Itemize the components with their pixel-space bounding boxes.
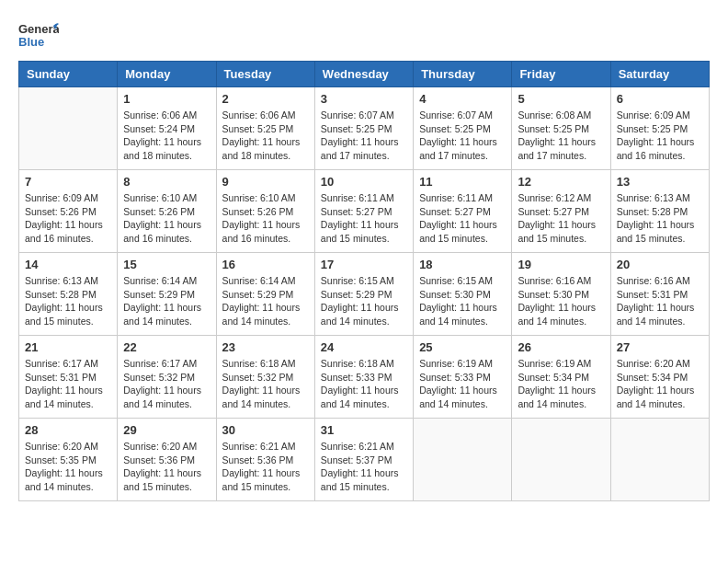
day-info: Sunrise: 6:08 AMSunset: 5:25 PMDaylight:… (518, 109, 604, 163)
day-number: 12 (518, 175, 604, 189)
logo: General Blue (18, 18, 59, 52)
day-info: Sunrise: 6:15 AMSunset: 5:30 PMDaylight:… (419, 274, 506, 328)
day-info: Sunrise: 6:07 AMSunset: 5:25 PMDaylight:… (321, 109, 407, 163)
calendar-cell (414, 419, 512, 501)
calendar-cell: 17Sunrise: 6:15 AMSunset: 5:29 PMDayligh… (314, 253, 413, 336)
day-number: 4 (419, 92, 506, 106)
calendar-cell (512, 419, 610, 501)
day-info: Sunrise: 6:12 AMSunset: 5:27 PMDaylight:… (518, 191, 604, 246)
day-number: 11 (419, 175, 506, 189)
day-number: 24 (321, 340, 407, 354)
calendar-cell: 12Sunrise: 6:12 AMSunset: 5:27 PMDayligh… (512, 170, 610, 253)
day-number: 20 (617, 258, 703, 271)
day-info: Sunrise: 6:13 AMSunset: 5:28 PMDaylight:… (25, 274, 111, 328)
day-info: Sunrise: 6:14 AMSunset: 5:29 PMDaylight:… (222, 274, 309, 328)
calendar-cell: 4Sunrise: 6:07 AMSunset: 5:25 PMDaylight… (414, 87, 512, 170)
day-number: 18 (419, 258, 506, 271)
day-number: 17 (321, 258, 407, 271)
calendar-cell: 22Sunrise: 6:17 AMSunset: 5:32 PMDayligh… (118, 336, 216, 419)
day-number: 3 (321, 92, 407, 106)
day-header-wednesday: Wednesday (314, 62, 413, 87)
day-info: Sunrise: 6:16 AMSunset: 5:31 PMDaylight:… (617, 274, 703, 328)
calendar-cell: 7Sunrise: 6:09 AMSunset: 5:26 PMDaylight… (19, 170, 118, 253)
calendar-cell: 27Sunrise: 6:20 AMSunset: 5:34 PMDayligh… (610, 336, 709, 419)
calendar-cell (610, 419, 709, 501)
logo-icon: General Blue (18, 18, 59, 52)
calendar-cell: 18Sunrise: 6:15 AMSunset: 5:30 PMDayligh… (414, 253, 512, 336)
day-info: Sunrise: 6:21 AMSunset: 5:37 PMDaylight:… (321, 440, 407, 494)
day-header-sunday: Sunday (19, 62, 118, 87)
calendar-week-1: 1Sunrise: 6:06 AMSunset: 5:24 PMDaylight… (19, 87, 710, 170)
day-info: Sunrise: 6:11 AMSunset: 5:27 PMDaylight:… (321, 191, 407, 246)
day-number: 13 (617, 175, 703, 189)
day-header-tuesday: Tuesday (216, 62, 314, 87)
svg-text:General: General (18, 22, 59, 36)
day-number: 1 (123, 92, 210, 106)
calendar-table: SundayMondayTuesdayWednesdayThursdayFrid… (18, 61, 710, 501)
day-info: Sunrise: 6:16 AMSunset: 5:30 PMDaylight:… (518, 274, 604, 328)
day-info: Sunrise: 6:18 AMSunset: 5:33 PMDaylight:… (321, 357, 407, 411)
day-number: 19 (518, 258, 604, 271)
calendar-cell: 9Sunrise: 6:10 AMSunset: 5:26 PMDaylight… (216, 170, 314, 253)
calendar-cell: 15Sunrise: 6:14 AMSunset: 5:29 PMDayligh… (118, 253, 216, 336)
calendar-cell: 21Sunrise: 6:17 AMSunset: 5:31 PMDayligh… (19, 336, 118, 419)
day-header-saturday: Saturday (610, 62, 709, 87)
day-info: Sunrise: 6:09 AMSunset: 5:26 PMDaylight:… (25, 191, 111, 246)
day-info: Sunrise: 6:21 AMSunset: 5:36 PMDaylight:… (222, 440, 309, 494)
day-info: Sunrise: 6:19 AMSunset: 5:33 PMDaylight:… (419, 357, 506, 411)
calendar-header-row: SundayMondayTuesdayWednesdayThursdayFrid… (19, 62, 710, 87)
day-info: Sunrise: 6:10 AMSunset: 5:26 PMDaylight:… (123, 191, 210, 246)
day-number: 27 (617, 340, 703, 354)
day-number: 14 (25, 258, 111, 271)
calendar-cell: 2Sunrise: 6:06 AMSunset: 5:25 PMDaylight… (216, 87, 314, 170)
calendar-week-3: 14Sunrise: 6:13 AMSunset: 5:28 PMDayligh… (19, 253, 710, 336)
calendar-cell: 14Sunrise: 6:13 AMSunset: 5:28 PMDayligh… (19, 253, 118, 336)
calendar-week-2: 7Sunrise: 6:09 AMSunset: 5:26 PMDaylight… (19, 170, 710, 253)
day-number: 7 (25, 175, 111, 189)
calendar-cell: 25Sunrise: 6:19 AMSunset: 5:33 PMDayligh… (414, 336, 512, 419)
day-number: 26 (518, 340, 604, 354)
day-number: 10 (321, 175, 407, 189)
calendar-cell: 1Sunrise: 6:06 AMSunset: 5:24 PMDaylight… (118, 87, 216, 170)
calendar-cell: 16Sunrise: 6:14 AMSunset: 5:29 PMDayligh… (216, 253, 314, 336)
day-number: 2 (222, 92, 309, 106)
day-info: Sunrise: 6:09 AMSunset: 5:25 PMDaylight:… (617, 109, 703, 163)
day-header-monday: Monday (118, 62, 216, 87)
day-number: 8 (123, 175, 210, 189)
day-number: 5 (518, 92, 604, 106)
calendar-cell: 23Sunrise: 6:18 AMSunset: 5:32 PMDayligh… (216, 336, 314, 419)
calendar-week-5: 28Sunrise: 6:20 AMSunset: 5:35 PMDayligh… (19, 419, 710, 501)
day-number: 16 (222, 258, 309, 271)
calendar-cell: 19Sunrise: 6:16 AMSunset: 5:30 PMDayligh… (512, 253, 610, 336)
day-info: Sunrise: 6:15 AMSunset: 5:29 PMDaylight:… (321, 274, 407, 328)
day-info: Sunrise: 6:17 AMSunset: 5:32 PMDaylight:… (123, 357, 210, 411)
calendar-cell: 31Sunrise: 6:21 AMSunset: 5:37 PMDayligh… (314, 419, 413, 501)
day-info: Sunrise: 6:19 AMSunset: 5:34 PMDaylight:… (518, 357, 604, 411)
day-number: 28 (25, 423, 111, 437)
day-number: 22 (123, 340, 210, 354)
day-info: Sunrise: 6:10 AMSunset: 5:26 PMDaylight:… (222, 191, 309, 246)
calendar-cell: 28Sunrise: 6:20 AMSunset: 5:35 PMDayligh… (19, 419, 118, 501)
day-number: 15 (123, 258, 210, 271)
calendar-cell: 6Sunrise: 6:09 AMSunset: 5:25 PMDaylight… (610, 87, 709, 170)
day-info: Sunrise: 6:06 AMSunset: 5:25 PMDaylight:… (222, 109, 309, 163)
calendar-cell: 30Sunrise: 6:21 AMSunset: 5:36 PMDayligh… (216, 419, 314, 501)
day-number: 29 (123, 423, 210, 437)
day-number: 9 (222, 175, 309, 189)
day-info: Sunrise: 6:17 AMSunset: 5:31 PMDaylight:… (25, 357, 111, 411)
page-header: General Blue (18, 18, 710, 52)
calendar-cell: 3Sunrise: 6:07 AMSunset: 5:25 PMDaylight… (314, 87, 413, 170)
day-info: Sunrise: 6:14 AMSunset: 5:29 PMDaylight:… (123, 274, 210, 328)
svg-text:Blue: Blue (18, 35, 44, 49)
day-info: Sunrise: 6:07 AMSunset: 5:25 PMDaylight:… (419, 109, 506, 163)
calendar-cell: 29Sunrise: 6:20 AMSunset: 5:36 PMDayligh… (118, 419, 216, 501)
day-number: 6 (617, 92, 703, 106)
day-header-thursday: Thursday (414, 62, 512, 87)
day-number: 30 (222, 423, 309, 437)
day-number: 23 (222, 340, 309, 354)
day-number: 25 (419, 340, 506, 354)
day-number: 21 (25, 340, 111, 354)
calendar-cell: 8Sunrise: 6:10 AMSunset: 5:26 PMDaylight… (118, 170, 216, 253)
calendar-week-4: 21Sunrise: 6:17 AMSunset: 5:31 PMDayligh… (19, 336, 710, 419)
calendar-cell: 13Sunrise: 6:13 AMSunset: 5:28 PMDayligh… (610, 170, 709, 253)
